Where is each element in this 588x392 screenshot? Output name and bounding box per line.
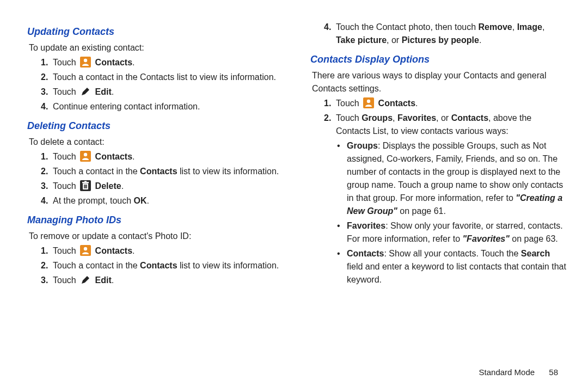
bullet-body: Contacts: Show all your contacts. Touch … xyxy=(347,247,566,286)
step-number: 1. xyxy=(29,150,53,163)
contacts-icon xyxy=(363,97,374,108)
step-number: 3. xyxy=(29,274,53,287)
right-column: 4. Touch the Contact photo, then touch R… xyxy=(310,19,566,343)
step-body: Touch Edit. xyxy=(53,85,283,99)
step-body: Touch Delete. xyxy=(53,180,283,193)
step-number: 3. xyxy=(29,180,53,193)
contacts-icon xyxy=(80,151,91,162)
edit-icon xyxy=(80,274,91,285)
step-number: 1. xyxy=(312,97,336,110)
bullet-marker: • xyxy=(336,247,347,286)
step-number: 4. xyxy=(29,194,53,207)
intro-text: To update an existing contact: xyxy=(29,41,283,54)
step-number: 3. xyxy=(29,85,53,99)
step-body: Touch Contacts. xyxy=(53,244,283,258)
step-number: 2. xyxy=(312,112,336,288)
step-body: Touch a contact in the Contacts list to … xyxy=(53,165,283,178)
step-number: 4. xyxy=(29,100,53,113)
step-number: 1. xyxy=(29,56,53,69)
step-number: 2. xyxy=(29,165,53,178)
step-number: 2. xyxy=(29,259,53,272)
step-body: Touch Contacts. xyxy=(53,56,283,69)
contacts-icon xyxy=(80,57,91,68)
step-number: 1. xyxy=(29,244,53,258)
step-body: Continue entering contact information. xyxy=(53,100,283,113)
steps-photo-id-cont: 4. Touch the Contact photo, then touch R… xyxy=(312,21,566,47)
edit-icon xyxy=(80,86,91,97)
steps-deleting: 1. Touch Contacts. 2. Touch a contact in… xyxy=(29,150,283,207)
footer-page-number: 58 xyxy=(549,367,558,377)
page-footer: Standard Mode 58 xyxy=(479,367,558,377)
intro-text: There are various ways to display your C… xyxy=(312,69,566,95)
footer-mode: Standard Mode xyxy=(479,367,535,377)
steps-photo-id: 1. Touch Contacts. 2. Touch a contact in… xyxy=(29,244,283,287)
step-body: Touch a contact in the Contacts list to … xyxy=(53,71,283,84)
step-body: Touch a contact in the Contacts list to … xyxy=(53,259,283,272)
steps-updating: 1. Touch Contacts. 2. Touch a contact in… xyxy=(29,56,283,113)
heading-deleting-contacts: Deleting Contacts xyxy=(27,119,283,133)
intro-text: To remove or update a contact's Photo ID… xyxy=(29,230,283,243)
heading-contacts-display-options: Contacts Display Options xyxy=(310,52,566,67)
bullet-body: Groups: Displays the possible Groups, su… xyxy=(347,139,566,218)
step-body: Touch Contacts. xyxy=(336,97,566,110)
heading-updating-contacts: Updating Contacts xyxy=(27,24,283,39)
step-body: At the prompt, touch OK. xyxy=(53,194,283,207)
bullet-marker: • xyxy=(336,139,347,218)
delete-icon xyxy=(80,180,91,191)
contacts-icon xyxy=(80,245,91,256)
bullet-marker: • xyxy=(336,219,347,246)
intro-text: To delete a contact: xyxy=(29,136,283,149)
step-number: 2. xyxy=(29,71,53,84)
step-body: Touch the Contact photo, then touch Remo… xyxy=(336,21,566,47)
steps-display-options: 1. Touch Contacts. 2. Touch Groups, Favo… xyxy=(312,97,566,288)
step-body: Touch Edit. xyxy=(53,274,283,287)
bullet-body: Favorites: Show only your favorite, or s… xyxy=(347,219,566,246)
display-options-bullets: • Groups: Displays the possible Groups, … xyxy=(336,139,566,286)
heading-managing-photo-ids: Managing Photo IDs xyxy=(27,213,283,228)
step-body: Touch Contacts. xyxy=(53,150,283,163)
step-number: 4. xyxy=(312,21,336,47)
left-column: Updating Contacts To update an existing … xyxy=(27,19,283,343)
step-body: Touch Groups, Favorites, or Contacts, ab… xyxy=(336,112,566,288)
